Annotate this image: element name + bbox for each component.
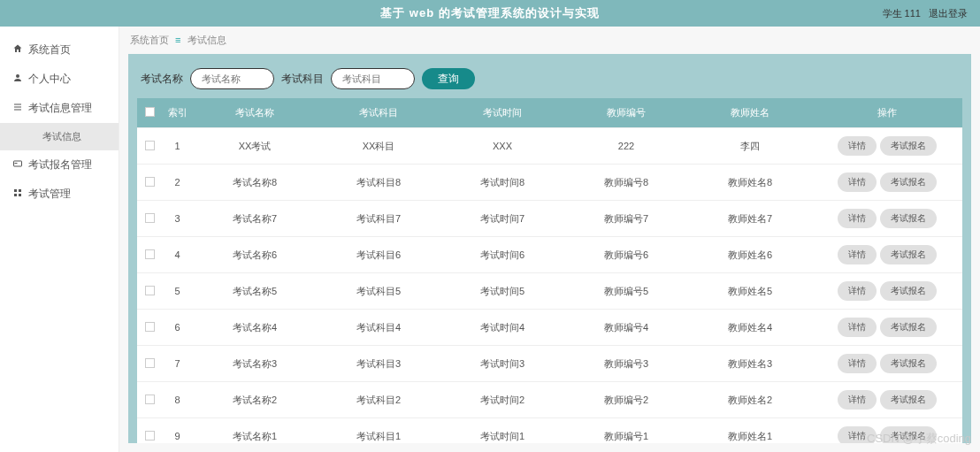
filter-bar: 考试名称 考试科目 查询: [137, 63, 962, 98]
row-checkbox[interactable]: [145, 141, 155, 150]
grid-icon: [12, 188, 23, 201]
cell-subject: 考试科目1: [317, 418, 440, 444]
table-row: 8考试名称2考试科目2考试时间2教师编号2教师姓名2详情考试报名: [137, 382, 962, 418]
cell-subject: 考试科目4: [317, 310, 440, 346]
user-icon: [12, 73, 23, 86]
cell-time: 考试时间5: [440, 273, 564, 310]
signup-button[interactable]: 考试报名: [880, 136, 937, 156]
cell-name: 考试名称2: [193, 382, 317, 418]
svg-rect-3: [14, 110, 21, 111]
sidebar-item-label: 考试管理: [28, 187, 71, 202]
row-checkbox[interactable]: [145, 177, 155, 187]
sidebar-item-0[interactable]: 系统首页: [0, 35, 119, 65]
cell-index: 9: [162, 418, 193, 444]
cell-subject: 考试科目5: [317, 273, 440, 310]
exam-subject-label: 考试科目: [281, 72, 324, 87]
table-row: 2考试名称8考试科目8考试时间8教师编号8教师姓名8详情考试报名: [137, 165, 962, 201]
row-checkbox[interactable]: [145, 358, 155, 368]
svg-point-0: [16, 74, 19, 78]
signup-button[interactable]: 考试报名: [880, 390, 937, 410]
table-row: 3考试名称7考试科目7考试时间7教师编号7教师姓名7详情考试报名: [137, 201, 962, 237]
detail-button[interactable]: 详情: [838, 209, 877, 228]
sidebar-item-3[interactable]: 考试信息: [0, 123, 119, 150]
row-checkbox[interactable]: [145, 322, 155, 332]
cell-time: 考试时间2: [440, 382, 564, 418]
sidebar-item-label: 考试信息: [42, 130, 81, 143]
th-check[interactable]: [137, 98, 162, 128]
cell-index: 4: [162, 237, 193, 273]
card-icon: [12, 158, 23, 172]
sidebar-item-5[interactable]: 考试管理: [0, 180, 119, 209]
signup-button[interactable]: 考试报名: [880, 245, 937, 264]
detail-button[interactable]: 详情: [838, 172, 877, 192]
cell-name: 考试名称3: [193, 346, 317, 382]
current-user[interactable]: 学生 111: [883, 8, 921, 19]
logout-link[interactable]: 退出登录: [929, 8, 968, 19]
cell-teacher-id: 教师编号1: [564, 418, 688, 444]
cell-name: 考试名称7: [193, 201, 317, 237]
table-row: 7考试名称3考试科目3考试时间3教师编号3教师姓名3详情考试报名: [137, 346, 962, 382]
signup-button[interactable]: 考试报名: [880, 281, 937, 301]
cell-time: 考试时间6: [440, 237, 564, 273]
cell-name: 考试名称4: [193, 310, 317, 346]
sidebar-item-2[interactable]: 考试信息管理: [0, 94, 119, 123]
cell-teacher-id: 教师编号8: [564, 165, 688, 201]
svg-rect-8: [14, 194, 17, 196]
cell-teacher-name: 教师姓名4: [688, 310, 812, 346]
signup-button[interactable]: 考试报名: [880, 172, 937, 192]
query-button[interactable]: 查询: [422, 68, 475, 89]
table-row: 9考试名称1考试科目1考试时间1教师编号1教师姓名1详情考试报名: [137, 418, 962, 444]
row-checkbox[interactable]: [145, 249, 155, 259]
detail-button[interactable]: 详情: [838, 281, 877, 301]
row-checkbox[interactable]: [145, 286, 155, 295]
signup-button[interactable]: 考试报名: [880, 426, 937, 443]
exam-name-input[interactable]: [190, 68, 274, 89]
detail-button[interactable]: 详情: [838, 136, 877, 156]
cell-name: XX考试: [193, 128, 317, 165]
cell-subject: 考试科目2: [317, 382, 440, 418]
breadcrumb-sep-icon: ≡: [175, 34, 180, 45]
signup-button[interactable]: 考试报名: [880, 318, 937, 337]
cell-index: 1: [162, 128, 193, 165]
signup-button[interactable]: 考试报名: [880, 209, 937, 228]
cell-index: 5: [162, 273, 193, 310]
breadcrumb: 系统首页 ≡ 考试信息: [119, 27, 980, 54]
detail-button[interactable]: 详情: [838, 245, 877, 264]
detail-button[interactable]: 详情: [838, 354, 877, 373]
cell-index: 8: [162, 382, 193, 418]
cell-time: 考试时间8: [440, 165, 564, 201]
blank-icon: [27, 131, 37, 143]
cell-teacher-name: 教师姓名2: [688, 382, 812, 418]
cell-teacher-name: 教师姓名8: [688, 165, 812, 201]
sidebar: 系统首页个人中心考试信息管理考试信息考试报名管理考试管理: [0, 27, 119, 452]
cell-name: 考试名称8: [193, 165, 317, 201]
sidebar-item-1[interactable]: 个人中心: [0, 65, 119, 94]
th-index: 索引: [162, 98, 193, 128]
header-user-area: 学生 111 退出登录: [877, 7, 968, 20]
cell-teacher-id: 教师编号5: [564, 273, 688, 310]
cell-teacher-name: 教师姓名6: [688, 237, 812, 273]
exam-subject-input[interactable]: [331, 68, 415, 89]
content-panel: 考试名称 考试科目 查询 索引 考试名称 考试科目 考试时间 教师: [128, 54, 971, 443]
signup-button[interactable]: 考试报名: [880, 354, 937, 373]
detail-button[interactable]: 详情: [838, 318, 877, 337]
svg-rect-7: [19, 189, 21, 192]
sidebar-item-label: 个人中心: [28, 72, 71, 87]
row-checkbox[interactable]: [145, 395, 155, 404]
cell-teacher-id: 教师编号3: [564, 346, 688, 382]
sidebar-item-4[interactable]: 考试报名管理: [0, 150, 119, 180]
exam-table: 索引 考试名称 考试科目 考试时间 教师编号 教师姓名 操作 1XX考试XX科目…: [137, 98, 962, 443]
row-checkbox[interactable]: [145, 431, 155, 441]
checkbox-icon[interactable]: [145, 107, 155, 117]
breadcrumb-root[interactable]: 系统首页: [130, 34, 169, 45]
sidebar-item-label: 考试信息管理: [28, 101, 92, 116]
list-icon: [12, 102, 23, 115]
detail-button[interactable]: 详情: [838, 390, 877, 410]
cell-time: 考试时间7: [440, 201, 564, 237]
detail-button[interactable]: 详情: [838, 426, 877, 443]
cell-subject: 考试科目7: [317, 201, 440, 237]
table-header-row: 索引 考试名称 考试科目 考试时间 教师编号 教师姓名 操作: [137, 98, 962, 128]
cell-teacher-name: 李四: [688, 128, 812, 165]
cell-name: 考试名称6: [193, 237, 317, 273]
row-checkbox[interactable]: [145, 213, 155, 223]
